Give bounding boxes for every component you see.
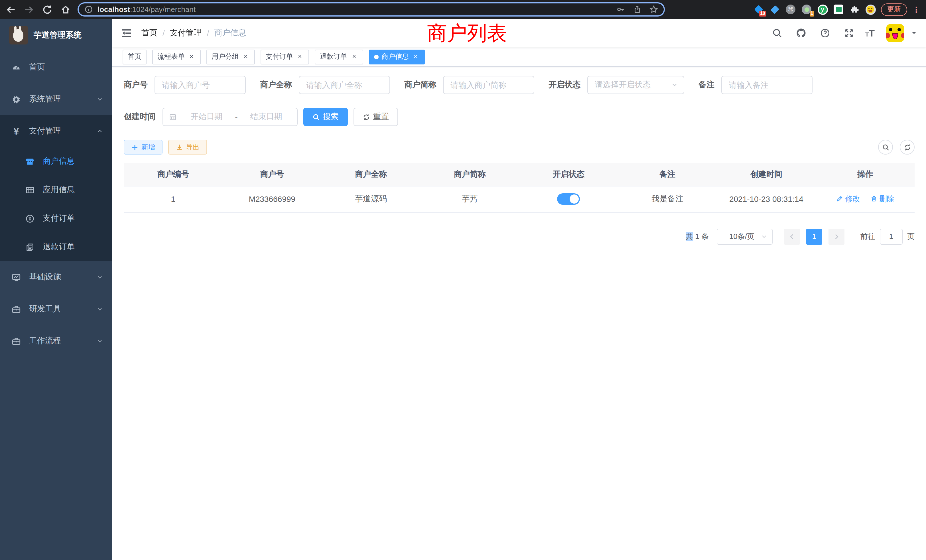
sidebar-item-infra[interactable]: 基础设施 <box>0 261 112 293</box>
remark-input[interactable] <box>721 76 813 94</box>
help-icon[interactable] <box>815 23 834 43</box>
status-select[interactable]: 请选择开启状态 <box>587 76 684 94</box>
extension-y-icon[interactable]: y <box>817 4 828 15</box>
status-toggle[interactable] <box>557 193 580 205</box>
tab-process-form[interactable]: 流程表单× <box>152 49 201 64</box>
extension-gem-icon[interactable] <box>769 4 780 15</box>
breadcrumb-home[interactable]: 首页 <box>141 28 157 38</box>
sidebar-item-devtools[interactable]: 研发工具 <box>0 293 112 325</box>
pagination: 共 1 条 10条/页 1 前往 <box>124 229 915 244</box>
sidebar-toggle-icon[interactable] <box>121 27 132 39</box>
edit-link[interactable]: 修改 <box>836 194 860 204</box>
monitor-icon <box>11 272 21 282</box>
extension-row: 10 ⌘ 1 y 更新 ⋮ <box>670 3 920 16</box>
toolbox-icon <box>11 336 21 346</box>
chevron-down-icon <box>96 338 103 344</box>
goto-page-input[interactable] <box>880 229 903 244</box>
browser-back-icon[interactable] <box>6 4 16 15</box>
user-avatar[interactable] <box>886 24 904 42</box>
sidebar-item-refund-order[interactable]: 退款订单 <box>0 233 112 261</box>
sidebar-logo[interactable]: 芋道管理系统 <box>0 19 112 51</box>
font-size-icon[interactable]: TT <box>863 28 877 38</box>
github-icon[interactable] <box>791 23 811 43</box>
yen-icon: ¥ <box>11 126 21 136</box>
bookmark-star-icon[interactable] <box>649 5 658 14</box>
remark-label: 备注 <box>699 80 714 90</box>
search-button[interactable]: 搜索 <box>303 108 348 126</box>
breadcrumb-pay[interactable]: 支付管理 <box>170 28 202 38</box>
col-status: 开启状态 <box>519 163 618 186</box>
start-date-placeholder: 开始日期 <box>181 112 232 122</box>
sidebar-item-workflow[interactable]: 工作流程 <box>0 325 112 357</box>
yen-circle-icon <box>25 213 35 223</box>
page-number-1[interactable]: 1 <box>806 229 822 244</box>
site-info-icon[interactable] <box>85 5 93 14</box>
status-label: 开启状态 <box>549 80 581 90</box>
extensions-puzzle-icon[interactable] <box>849 4 860 15</box>
toolbox-icon <box>11 304 21 314</box>
tab-refund-order[interactable]: 退款订单× <box>315 49 363 64</box>
url-path: :1024/pay/merchant <box>130 5 195 14</box>
extension-avatar-icon[interactable]: 1 <box>801 4 812 15</box>
sidebar-item-pay-order[interactable]: 支付订单 <box>0 204 112 233</box>
app-navbar: 首页 / 支付管理 / 商户信息 商户列表 <box>112 19 926 47</box>
page-size-select[interactable]: 10条/页 <box>717 229 773 244</box>
gear-icon <box>11 94 21 104</box>
extension-grid-icon[interactable]: 10 <box>753 4 764 15</box>
full-name-input[interactable] <box>299 76 390 94</box>
address-bar[interactable]: localhost:1024/pay/merchant <box>77 2 665 17</box>
tab-pay-order[interactable]: 支付订单× <box>260 49 309 64</box>
dashboard-icon <box>11 62 21 72</box>
close-tab-icon[interactable]: × <box>188 53 195 61</box>
sidebar-item-pay[interactable]: ¥ 支付管理 <box>0 115 112 147</box>
share-icon[interactable] <box>633 5 642 14</box>
close-tab-icon[interactable]: × <box>350 53 358 61</box>
col-full-name: 商户全称 <box>322 163 421 186</box>
header-search-icon[interactable] <box>767 23 787 43</box>
browser-forward-icon[interactable] <box>24 4 34 15</box>
create-time-range-picker[interactable]: 开始日期 - 结束日期 <box>162 108 298 126</box>
delete-link[interactable]: 删除 <box>870 194 894 204</box>
extension-command-icon[interactable]: ⌘ <box>785 4 796 15</box>
refresh-table-button[interactable] <box>900 140 915 154</box>
password-key-icon[interactable] <box>616 5 625 14</box>
breadcrumb: 首页 / 支付管理 / 商户信息 <box>141 28 246 38</box>
reset-button[interactable]: 重置 <box>354 108 398 126</box>
close-tab-icon[interactable]: × <box>296 53 304 61</box>
tab-user-group[interactable]: 用户分组× <box>206 49 255 64</box>
sidebar-item-merchant-info[interactable]: 商户信息 <box>0 147 112 176</box>
short-name-input[interactable] <box>443 76 534 94</box>
cell-full-name: 芋道源码 <box>322 186 421 212</box>
extension-badge: 10 <box>759 11 766 17</box>
chrome-update-button[interactable]: 更新 <box>881 3 907 16</box>
tags-view-bar: 首页 流程表单× 用户分组× 支付订单× 退款订单× 商户信息× <box>112 47 926 67</box>
sidebar-item-home[interactable]: 首页 <box>0 51 112 83</box>
active-tab-dot <box>374 54 378 59</box>
toggle-search-button[interactable] <box>878 140 893 154</box>
browser-profile-avatar[interactable] <box>865 4 876 15</box>
close-tab-icon[interactable]: × <box>412 53 420 61</box>
add-button[interactable]: 新增 <box>124 140 162 154</box>
sidebar-item-system[interactable]: 系统管理 <box>0 83 112 115</box>
end-date-placeholder: 结束日期 <box>241 112 291 122</box>
export-button[interactable]: 导出 <box>168 140 207 154</box>
browser-reload-icon[interactable] <box>42 4 53 15</box>
browser-home-icon[interactable] <box>61 4 71 15</box>
chevron-down-icon <box>761 233 767 240</box>
prev-page-button[interactable] <box>784 229 800 244</box>
sidebar-item-app-info[interactable]: 应用信息 <box>0 176 112 204</box>
close-tab-icon[interactable]: × <box>242 53 250 61</box>
goto-label: 前往 <box>861 231 875 242</box>
tab-merchant-info[interactable]: 商户信息× <box>369 49 425 64</box>
user-menu-caret-icon[interactable] <box>911 30 917 36</box>
tab-home[interactable]: 首页 <box>123 49 147 64</box>
page-annotation: 商户列表 <box>427 20 507 47</box>
merchant-no-input[interactable] <box>154 76 246 94</box>
next-page-button[interactable] <box>829 229 844 244</box>
fullscreen-icon[interactable] <box>839 23 858 43</box>
browser-menu-icon[interactable]: ⋮ <box>912 5 920 14</box>
grid-icon <box>25 185 35 195</box>
col-remark: 备注 <box>618 163 717 186</box>
extension-chat-icon[interactable] <box>833 4 844 15</box>
logo-image <box>9 26 28 44</box>
